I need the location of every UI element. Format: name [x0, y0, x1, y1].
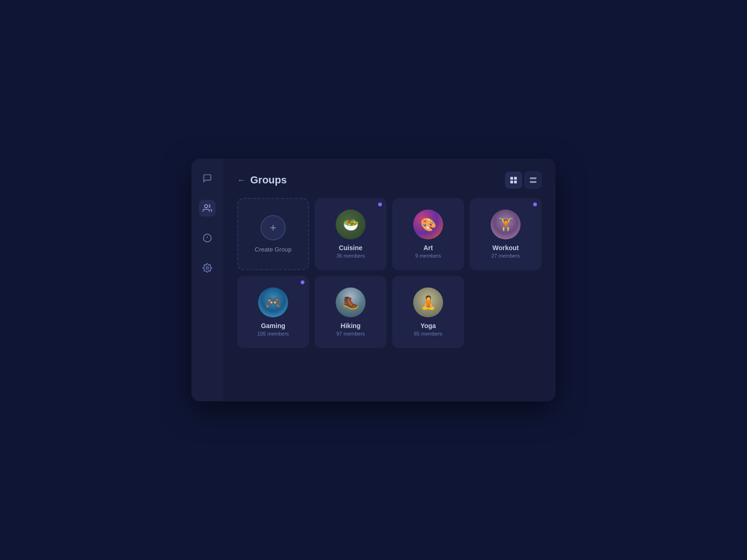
- group-card-cuisine[interactable]: 🥗 Cuisine 36 members: [315, 198, 387, 270]
- view-toggle: [505, 172, 542, 189]
- notification-dot: [378, 203, 382, 206]
- group-card-yoga[interactable]: 🧘 Yoga 65 members: [392, 276, 464, 348]
- group-card-hiking[interactable]: 🥾 Hiking 97 members: [315, 276, 387, 348]
- svg-rect-7: [510, 181, 513, 183]
- group-name-cuisine: Cuisine: [339, 244, 363, 252]
- create-group-card[interactable]: + Create Group: [237, 198, 309, 270]
- group-members-cuisine: 36 members: [336, 253, 365, 259]
- sidebar: [191, 159, 223, 401]
- group-image-gaming: 🎮: [258, 287, 288, 317]
- group-name-hiking: Hiking: [341, 322, 361, 329]
- group-image-cuisine: 🥗: [336, 210, 366, 239]
- create-group-label: Create Group: [255, 246, 292, 253]
- sidebar-item-notifications[interactable]: [199, 230, 216, 246]
- page-title: Groups: [250, 174, 287, 186]
- plus-icon: +: [261, 215, 286, 240]
- group-card-art[interactable]: 🎨 Art 9 members: [392, 198, 464, 270]
- group-members-workout: 27 members: [491, 253, 520, 259]
- svg-rect-6: [514, 177, 517, 180]
- group-members-hiking: 97 members: [336, 331, 365, 336]
- main-content: ← Groups: [223, 159, 556, 401]
- grid-view-button[interactable]: [505, 172, 522, 189]
- list-view-button[interactable]: [525, 172, 542, 189]
- svg-rect-9: [530, 177, 536, 179]
- group-card-gaming[interactable]: 🎮 Gaming 105 members: [237, 276, 309, 348]
- group-image-art: 🎨: [413, 210, 443, 239]
- group-name-art: Art: [423, 244, 433, 252]
- sidebar-item-groups[interactable]: [199, 200, 216, 217]
- group-name-workout: Workout: [493, 244, 519, 252]
- header-left: ← Groups: [237, 174, 287, 186]
- back-button[interactable]: ←: [237, 175, 246, 185]
- header: ← Groups: [237, 172, 542, 189]
- sidebar-item-chat[interactable]: [199, 170, 216, 187]
- svg-rect-5: [510, 177, 513, 180]
- group-members-art: 9 members: [415, 253, 441, 259]
- svg-point-4: [206, 267, 209, 269]
- notification-dot-gaming: [301, 280, 304, 284]
- notification-dot-workout: [533, 203, 537, 206]
- group-members-yoga: 65 members: [414, 331, 442, 336]
- group-name-yoga: Yoga: [420, 322, 436, 329]
- sidebar-item-settings[interactable]: [199, 259, 216, 276]
- group-members-gaming: 105 members: [257, 331, 289, 336]
- groups-grid: + Create Group 🥗 Cuisine 36 members 🎨 Ar…: [237, 198, 542, 348]
- group-image-hiking: 🥾: [336, 287, 366, 317]
- app-window: ← Groups: [191, 159, 556, 401]
- svg-point-0: [204, 205, 208, 208]
- svg-rect-8: [514, 181, 517, 183]
- group-image-yoga: 🧘: [413, 287, 443, 317]
- group-image-workout: 🏋️: [491, 210, 521, 239]
- group-card-workout[interactable]: 🏋️ Workout 27 members: [470, 198, 542, 270]
- svg-rect-10: [530, 181, 536, 183]
- group-name-gaming: Gaming: [261, 322, 285, 329]
